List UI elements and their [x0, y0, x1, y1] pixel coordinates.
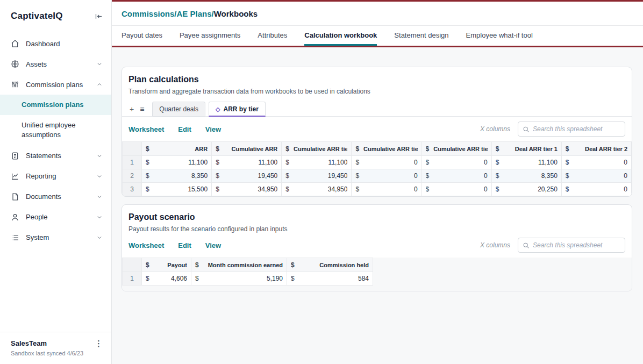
spreadsheet-search[interactable]: [518, 238, 625, 253]
sheet-tab-label: ARR by tier: [224, 105, 259, 113]
sidebar-item-commission-plans[interactable]: Commission plans: [0, 74, 111, 95]
spreadsheet-cell[interactable]: $0: [421, 183, 491, 196]
sidebar-item-people[interactable]: People: [0, 207, 111, 227]
tab-payout-dates[interactable]: Payout dates: [122, 26, 162, 46]
tab-calculation-workbook[interactable]: Calculation workbook: [304, 26, 377, 46]
sheet-list-icon[interactable]: ≡: [139, 105, 149, 116]
workspace-name: SalesTeam: [11, 339, 47, 347]
spreadsheet-cell[interactable]: $0: [561, 156, 631, 169]
app-window: CaptivateIQ Dashboard Assets Commission …: [0, 0, 643, 364]
tab-payee-assignments[interactable]: Payee assignments: [180, 26, 240, 46]
spreadsheet-cell[interactable]: $15,500: [142, 183, 212, 196]
column-header[interactable]: $Cumulative ARR tier 2: [352, 142, 421, 156]
spreadsheet-cell[interactable]: $0: [352, 156, 421, 169]
column-count-label: X columns: [480, 241, 510, 249]
row-number-header: [123, 258, 142, 272]
column-header[interactable]: $Month commission earned: [191, 258, 287, 272]
spreadsheet-cell[interactable]: $0: [561, 169, 631, 183]
column-header[interactable]: $Payout: [142, 258, 191, 272]
spreadsheet-cell[interactable]: $19,450: [282, 169, 352, 183]
column-count-label: X columns: [480, 125, 510, 133]
sidebar-item-reporting[interactable]: Reporting: [0, 166, 111, 187]
sidebar-item-label: Documents: [26, 192, 96, 201]
column-header[interactable]: $Commission held: [287, 258, 373, 272]
sidebar-item-label: Statements: [26, 152, 96, 160]
person-icon: [11, 213, 19, 222]
spreadsheet-search[interactable]: [518, 122, 625, 137]
row-number: 3: [123, 183, 142, 196]
sidebar-item-documents[interactable]: Documents: [0, 187, 111, 207]
card-subtitle: Transform and aggregate transaction data…: [128, 88, 625, 95]
worksheet-menu[interactable]: Worksheet: [128, 125, 164, 133]
spreadsheet-cell[interactable]: $8,350: [491, 169, 561, 183]
spreadsheet-cell[interactable]: $584: [287, 272, 373, 286]
sheet-tab-strip: + ≡ Quarter deals ◇ ARR by tier: [122, 95, 632, 117]
spreadsheet-cell[interactable]: $0: [352, 169, 421, 183]
column-header[interactable]: $Deal ARR tier 2: [561, 142, 631, 156]
spreadsheet-cell[interactable]: $11,100: [491, 156, 561, 169]
page-tabs: Payout dates Payee assignments Attribute…: [112, 26, 643, 47]
column-header[interactable]: $Cumulative ARR tier 3: [421, 142, 491, 156]
home-icon: [11, 39, 19, 48]
chevron-down-icon: [96, 173, 103, 180]
edit-menu[interactable]: Edit: [178, 241, 191, 249]
column-header[interactable]: $ARR: [142, 142, 212, 156]
column-header[interactable]: $Cumulative ARR tier 1: [282, 142, 352, 156]
breadcrumb-link-commissions[interactable]: Commissions: [122, 9, 174, 18]
worksheet-menu[interactable]: Worksheet: [128, 241, 164, 249]
column-header[interactable]: $Cumulative ARR: [212, 142, 282, 156]
card-title: Payout scenario: [128, 212, 625, 222]
spreadsheet-cell[interactable]: $0: [352, 183, 421, 196]
sidebar-item-statements[interactable]: Statements: [0, 146, 111, 166]
globe-icon: [11, 60, 19, 68]
chevron-down-icon: [96, 194, 103, 200]
column-header[interactable]: $Deal ARR tier 1: [491, 142, 561, 156]
spreadsheet-cell[interactable]: $8,350: [142, 169, 212, 183]
spreadsheet-toolbar: Worksheet Edit View X columns: [122, 233, 632, 258]
sidebar-item-label: Commission plans: [26, 81, 96, 89]
chevron-down-icon: [96, 153, 103, 159]
breadcrumb-link-ae-plans[interactable]: AE Plans: [177, 9, 212, 18]
spreadsheet-cell[interactable]: $11,100: [142, 156, 212, 169]
tab-attributes[interactable]: Attributes: [258, 26, 287, 46]
spreadsheet-cell[interactable]: $0: [421, 169, 491, 183]
sheet-tab-arr-by-tier[interactable]: ◇ ARR by tier: [209, 102, 266, 117]
chart-line-icon: [11, 172, 19, 181]
spreadsheet-cell[interactable]: $0: [561, 183, 631, 196]
file-icon: [11, 192, 19, 201]
sidebar-item-system[interactable]: System: [0, 227, 111, 248]
tab-employee-what-if-tool[interactable]: Employee what-if tool: [466, 26, 533, 46]
breadcrumb-current: Workbooks: [214, 9, 258, 18]
collapse-sidebar-icon[interactable]: [95, 12, 103, 20]
search-input[interactable]: [533, 241, 620, 249]
view-menu[interactable]: View: [205, 241, 221, 249]
sidebar-subitem-commission-plans[interactable]: Commission plans: [0, 95, 111, 115]
main-area: Commissions/AE Plans/Workbooks Payout da…: [112, 0, 643, 364]
spreadsheet-cell[interactable]: $0: [421, 156, 491, 169]
spreadsheet-cell[interactable]: $34,950: [212, 183, 282, 196]
top-header: Commissions/AE Plans/Workbooks: [112, 0, 643, 26]
spreadsheet-cell[interactable]: $19,450: [212, 169, 282, 183]
sidebar-item-assets[interactable]: Assets: [0, 54, 111, 74]
search-input[interactable]: [533, 125, 620, 133]
spreadsheet-cell[interactable]: $20,250: [491, 183, 561, 196]
kebab-menu-icon[interactable]: ⋮: [95, 339, 103, 347]
view-menu[interactable]: View: [205, 125, 221, 133]
tab-statement-design[interactable]: Statement design: [394, 26, 448, 46]
sheet-tab-quarter-deals[interactable]: Quarter deals: [152, 102, 205, 117]
sidebar-item-label: System: [26, 233, 96, 241]
sidebar-subitem-unified-employee-assumptions[interactable]: Unified employee assumptions: [0, 115, 111, 145]
breadcrumb: Commissions/AE Plans/Workbooks: [122, 9, 258, 18]
spreadsheet-cell[interactable]: $34,950: [282, 183, 352, 196]
page-content: Plan calculations Transform and aggregat…: [112, 47, 643, 364]
payout-scenario-card: Payout scenario Payout results for the s…: [122, 204, 632, 291]
spreadsheet-cell[interactable]: $11,100: [282, 156, 352, 169]
add-sheet-icon[interactable]: +: [128, 105, 139, 116]
sidebar-item-dashboard[interactable]: Dashboard: [0, 33, 111, 54]
card-subtitle: Payout results for the scenario configur…: [128, 225, 625, 233]
edit-menu[interactable]: Edit: [178, 125, 191, 133]
spreadsheet-cell[interactable]: $11,100: [212, 156, 282, 169]
spreadsheet-cell[interactable]: $4,606: [142, 272, 191, 286]
row-number: 1: [123, 272, 142, 286]
spreadsheet-cell[interactable]: $5,190: [191, 272, 287, 286]
